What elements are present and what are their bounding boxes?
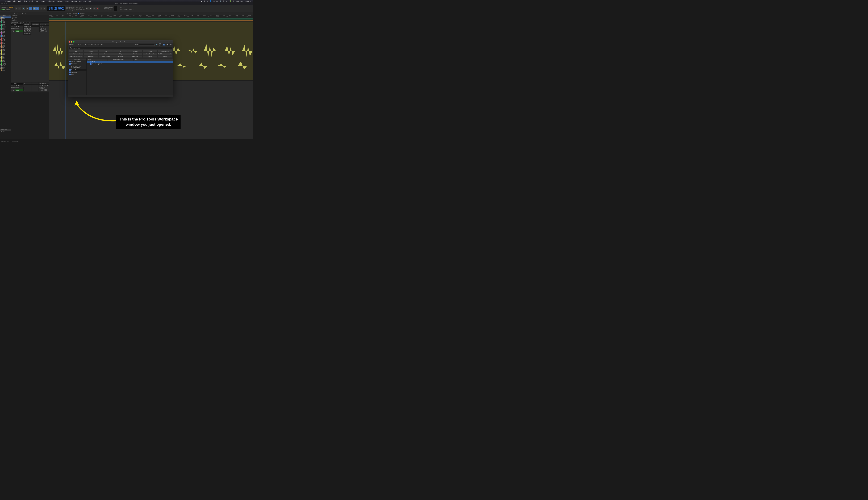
shuffle-mode-button[interactable]: SHUFFLE (1, 7, 8, 8)
col-comment[interactable]: Database Comment (111, 58, 134, 60)
end-value[interactable]: 19| 2| 592 (69, 8, 74, 9)
location-item[interactable]: User (68, 73, 87, 76)
user-icon[interactable]: 👤 (209, 0, 212, 2)
preset-4[interactable]: 4 (82, 44, 84, 45)
filter-tag[interactable]: Mono (99, 53, 113, 55)
track-list-item[interactable]: ▸LCG (0, 25, 11, 26)
track-name[interactable]: Ld Vox 2 (11, 83, 23, 84)
bluetooth-icon[interactable]: ᛒ (223, 0, 224, 2)
menubar-time[interactable]: 10:14 AM (245, 0, 251, 2)
track-list-item[interactable]: ▸VVD2 (0, 64, 11, 65)
zoom-icon[interactable] (6, 3, 7, 4)
swing-value[interactable]: 0% (133, 9, 134, 10)
quantize-grid-value[interactable]: 1/16 note (123, 7, 128, 9)
track-list-item[interactable]: ▸LCG2 (0, 26, 11, 27)
io-vol[interactable]: vol 0.0 (39, 87, 49, 89)
track-list-item[interactable]: ▸ALV (0, 19, 11, 21)
dropbox-icon[interactable]: ⌑ (207, 0, 208, 2)
filter-tag[interactable]: Studio Reverb (99, 55, 113, 58)
minimize-icon[interactable] (4, 3, 5, 4)
filter-tag[interactable]: BPM Sync (128, 55, 142, 58)
filter-tag[interactable]: Channel Strip (158, 50, 172, 53)
filter-tag[interactable]: Mod Delay III (143, 53, 157, 55)
tab-midi-editor[interactable]: MIDI EDITOR (1, 141, 9, 142)
nav-fwd-icon[interactable]: ↪ (91, 44, 93, 46)
track-list-item[interactable]: ▸SUB (0, 68, 11, 69)
nav-back-icon[interactable]: ⮌ (87, 44, 90, 46)
track-list-item[interactable]: ▸LdV2 (0, 18, 11, 19)
track-list-item[interactable]: ▸PnP (0, 40, 11, 42)
ws-zoom-button[interactable] (73, 41, 75, 43)
menu-options[interactable]: Options (57, 0, 62, 2)
zoom-preset-4[interactable]: 4 (22, 13, 24, 14)
io-input[interactable]: no input (39, 82, 49, 84)
track-list-item[interactable]: ▸VOX (0, 58, 11, 59)
gear-icon[interactable]: ⚙ (170, 44, 172, 46)
track-list-item[interactable]: ▸90Lp (0, 44, 11, 46)
screenrec-icon[interactable]: ◉ (201, 0, 202, 2)
menu-track[interactable]: Track (29, 0, 33, 2)
grabber-tool-icon[interactable]: ✋ (33, 7, 36, 10)
track-list-item[interactable]: ▸Orgn (0, 29, 11, 30)
track-list[interactable]: ▸LdV1▸LdV2▸ALV▸VGT▸AG1▸AG2▸LCG▸LCG2▸DCG▸… (0, 16, 11, 129)
location-item[interactable]: Volumes (68, 63, 87, 65)
trim-tool-icon[interactable]: ⎁ (18, 7, 21, 10)
location-item[interactable]: Love Me Bad - Preset Pros (68, 65, 87, 69)
main-counter[interactable]: 19| 2| 592 (47, 6, 65, 11)
preset-5[interactable]: 5 (84, 44, 86, 45)
io-pan[interactable]: +100 100+ (39, 89, 49, 91)
track-list-item[interactable]: ▸VOX (0, 50, 11, 51)
track-list-item[interactable]: ▸BtLp (0, 46, 11, 47)
zoom-tool-icon[interactable]: ⊙ (14, 7, 18, 10)
filter-tag[interactable]: Avid (69, 50, 83, 53)
zoomer-tool-icon[interactable]: 🔍 (22, 7, 25, 10)
countoff-value[interactable]: 2 bars (109, 7, 113, 8)
track-list-item[interactable]: ▸RmV (0, 67, 11, 68)
track-list-item[interactable]: ▸Bass (0, 33, 11, 35)
track-list-item[interactable]: ▸DRU (0, 57, 11, 58)
filter-tag[interactable]: D-Verb (128, 53, 142, 55)
spot-mode-button[interactable]: SPOT (9, 7, 13, 8)
selector-tool-icon[interactable]: I (29, 7, 32, 10)
filter-tag[interactable]: Dyn3 Compressor/Limiter (158, 53, 172, 55)
filter-tag[interactable]: Medium (158, 55, 172, 58)
io-pan[interactable]: +100 100+ (39, 30, 49, 32)
strength-value[interactable]: 100% (125, 9, 128, 10)
track-list-item[interactable]: ▸VGT (0, 21, 11, 22)
filter-tag[interactable]: Instrument (113, 55, 128, 58)
input-button[interactable]: I (13, 85, 15, 87)
workspace-column-headers[interactable]: Name 1 Database Comment Tags (87, 58, 173, 60)
filter-tag[interactable]: Delay (113, 53, 128, 55)
filter-tag[interactable]: Large (143, 55, 157, 58)
io-vol[interactable]: vol -6.9 (39, 28, 49, 30)
colorsync-icon[interactable]: ❋ (204, 0, 205, 2)
rec-arm-button[interactable]: ● (11, 26, 13, 27)
volume-icon[interactable]: 🔊 (220, 0, 221, 2)
menu-setup[interactable]: Setup (65, 0, 69, 2)
track-list-item[interactable]: ▸StK (0, 37, 11, 39)
track-list-item[interactable]: ▸LdV1 (0, 16, 11, 18)
track-list-item[interactable]: ▸FX (0, 55, 11, 57)
menu-file[interactable]: File (13, 0, 16, 2)
track-list-item[interactable]: ▸MgB (0, 32, 11, 33)
start-value[interactable]: 19| 2| 592 (69, 7, 75, 8)
insert-a4[interactable]: D3 DeEsser (23, 30, 32, 32)
track-list-item[interactable]: ▸DCG (0, 27, 11, 29)
preset-1[interactable]: 1 (75, 44, 77, 45)
track-list-item[interactable]: ▸Swp (0, 48, 11, 50)
track-list-item[interactable]: ▸BGV (0, 51, 11, 53)
up-arrow-icon[interactable]: ↑ (97, 44, 100, 46)
insert-f1[interactable]: Multi-Delay (32, 23, 39, 25)
stop-button[interactable]: ⏹ (89, 7, 92, 10)
filter-tag[interactable]: Aux (99, 50, 113, 53)
filter-tag[interactable]: AIR Music Technology (69, 55, 83, 58)
grid-value[interactable]: 0| 0| 480 (79, 7, 83, 9)
advanced-search-icon[interactable]: 🔍+ (159, 44, 162, 46)
menu-event[interactable]: Event (41, 0, 45, 2)
menu-view[interactable]: View (23, 0, 27, 2)
slip-mode-button[interactable]: SLIP (1, 9, 5, 11)
zoom-preset-1[interactable]: 1 (13, 13, 15, 14)
scrubber-tool-icon[interactable]: ↔ (39, 7, 43, 10)
result-row[interactable]: ▸Pro Tools | Carbon (87, 63, 173, 65)
filter-tag[interactable]: Audio (84, 53, 98, 55)
